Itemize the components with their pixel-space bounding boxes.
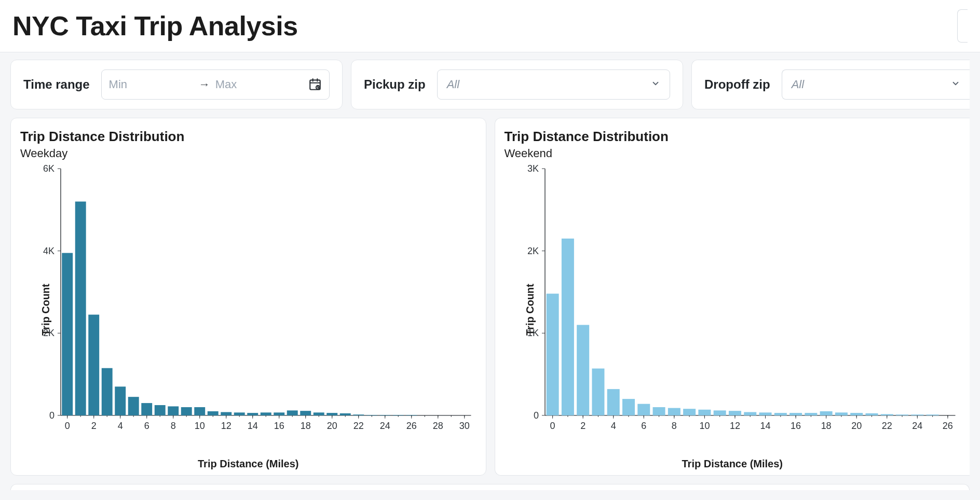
chart-bar[interactable]	[247, 413, 258, 415]
pickup-zip-select[interactable]: All	[437, 70, 670, 100]
chart-title-weekend: Trip Distance Distribution	[505, 129, 961, 145]
filter-label-pickup-zip: Pickup zip	[364, 77, 426, 92]
svg-text:8: 8	[671, 421, 676, 431]
chart-bar[interactable]	[561, 239, 574, 415]
chart-bar[interactable]	[820, 411, 832, 415]
chart-xlabel-weekend: Trip Distance (Miles)	[505, 458, 961, 470]
calendar-icon[interactable]	[308, 78, 322, 91]
svg-text:30: 30	[459, 421, 470, 431]
chart-plot-weekend: Trip Count 01K2K3K0246810121416182022242…	[505, 164, 961, 455]
chart-bar[interactable]	[607, 389, 619, 415]
svg-text:2K: 2K	[527, 246, 538, 256]
svg-text:24: 24	[912, 421, 922, 431]
chart-bar[interactable]	[546, 294, 559, 415]
chart-bar[interactable]	[790, 413, 802, 415]
chart-bar[interactable]	[102, 368, 113, 415]
svg-text:4: 4	[118, 421, 123, 431]
chart-bar[interactable]	[141, 403, 152, 415]
chart-bar[interactable]	[379, 415, 390, 415]
svg-text:4: 4	[610, 421, 616, 431]
filter-dropoff-zip: Dropoff zip All	[691, 60, 970, 109]
chart-bar[interactable]	[926, 414, 938, 415]
chart-bar[interactable]	[128, 397, 139, 415]
svg-text:28: 28	[433, 421, 443, 431]
chart-bar[interactable]	[155, 405, 166, 415]
chart-bar[interactable]	[75, 202, 86, 415]
chart-bar[interactable]	[314, 412, 324, 415]
chart-card-weekday: Trip Distance Distribution Weekday Trip …	[10, 118, 486, 476]
chart-bar[interactable]	[168, 406, 179, 415]
chart-bar[interactable]	[728, 411, 741, 415]
chart-bar[interactable]	[698, 410, 711, 415]
chart-bar[interactable]	[652, 407, 665, 415]
dropoff-zip-select[interactable]: All	[782, 70, 970, 100]
chart-bar[interactable]	[353, 414, 364, 415]
chart-bar[interactable]	[668, 408, 680, 415]
chart-bar[interactable]	[835, 412, 847, 415]
svg-text:0: 0	[49, 410, 55, 421]
chart-bar[interactable]	[592, 368, 604, 415]
chart-bar[interactable]	[234, 412, 245, 415]
svg-text:22: 22	[881, 421, 892, 431]
chart-bar[interactable]	[713, 410, 726, 415]
svg-text:24: 24	[380, 421, 390, 431]
svg-text:2: 2	[91, 421, 97, 431]
chart-bar[interactable]	[805, 413, 817, 415]
chart-bar[interactable]	[850, 413, 863, 415]
svg-text:12: 12	[221, 421, 232, 431]
svg-text:3K: 3K	[527, 164, 538, 174]
chart-bar[interactable]	[221, 412, 232, 415]
chart-bar[interactable]	[637, 404, 650, 415]
chart-bar[interactable]	[208, 411, 219, 415]
chart-bar[interactable]	[62, 253, 73, 415]
filter-label-time-range: Time range	[23, 77, 90, 92]
svg-text:0: 0	[550, 421, 555, 431]
dropoff-zip-placeholder: All	[792, 78, 804, 91]
time-range-min-placeholder: Min	[109, 78, 127, 91]
chart-bar[interactable]	[683, 409, 696, 415]
filter-pickup-zip: Pickup zip All	[351, 60, 683, 109]
arrow-right-icon: →	[199, 78, 210, 91]
chart-bar[interactable]	[115, 386, 126, 415]
chart-bar[interactable]	[274, 412, 284, 415]
chart-bar[interactable]	[181, 407, 192, 415]
time-range-input[interactable]: Min → Max	[101, 70, 330, 100]
time-range-max-placeholder: Max	[215, 78, 237, 91]
chart-bar[interactable]	[896, 414, 908, 415]
pickup-zip-placeholder: All	[447, 78, 459, 91]
chart-bar[interactable]	[865, 413, 878, 415]
svg-text:6K: 6K	[43, 164, 55, 174]
chart-bar[interactable]	[393, 415, 404, 415]
next-row-edge	[10, 484, 970, 490]
chart-subtitle-weekday: Weekday	[20, 147, 477, 160]
chart-bar[interactable]	[880, 414, 893, 415]
chart-bar[interactable]	[622, 399, 634, 415]
chart-bar[interactable]	[577, 325, 589, 415]
filters-row: Time range Min → Max	[10, 60, 970, 109]
chart-bar[interactable]	[300, 411, 311, 415]
chart-bar[interactable]	[366, 415, 377, 415]
chart-bar[interactable]	[194, 407, 205, 415]
charts-row: Trip Distance Distribution Weekday Trip …	[10, 118, 970, 476]
chart-ylabel-weekday: Trip Count	[40, 284, 52, 336]
svg-text:6: 6	[144, 421, 149, 431]
chart-bar[interactable]	[744, 412, 756, 415]
chevron-down-icon	[651, 78, 660, 91]
svg-line-6	[318, 87, 319, 88]
chart-bar[interactable]	[406, 415, 417, 415]
chart-ylabel-weekend: Trip Count	[524, 284, 536, 336]
chart-bar[interactable]	[326, 413, 337, 415]
svg-text:14: 14	[760, 421, 770, 431]
chart-bar[interactable]	[911, 414, 923, 415]
chart-bar[interactable]	[261, 412, 271, 415]
chart-bar[interactable]	[340, 413, 351, 415]
chart-subtitle-weekend: Weekend	[505, 147, 961, 160]
page-title: NYC Taxi Trip Analysis	[12, 10, 298, 41]
chart-bar[interactable]	[287, 410, 298, 415]
chart-bar[interactable]	[774, 413, 786, 415]
chart-bar[interactable]	[88, 315, 99, 415]
svg-text:2: 2	[580, 421, 586, 431]
svg-text:12: 12	[729, 421, 740, 431]
chart-bar[interactable]	[759, 412, 771, 415]
chart-card-weekend: Trip Distance Distribution Weekend Trip …	[495, 118, 970, 476]
